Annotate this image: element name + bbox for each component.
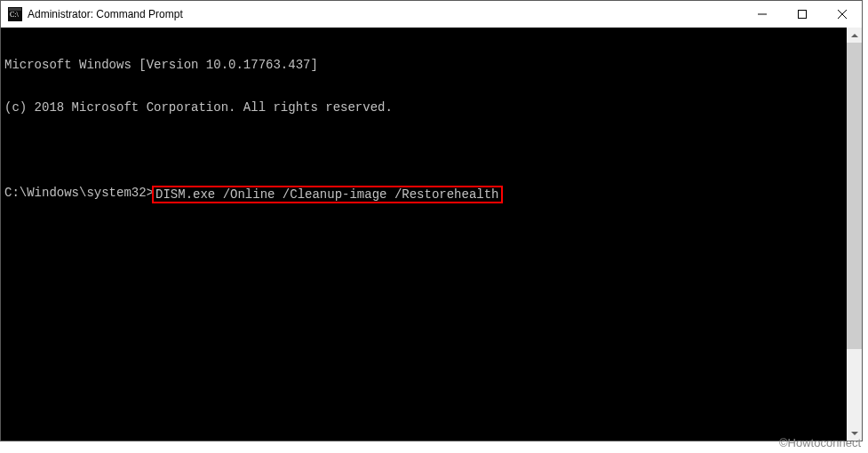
blank-line [4, 143, 843, 157]
svg-marker-8 [851, 432, 858, 435]
maximize-button[interactable] [782, 1, 822, 28]
window-title: Administrator: Command Prompt [28, 8, 742, 20]
svg-text:C:\: C:\ [10, 11, 20, 19]
copyright-line: (c) 2018 Microsoft Corporation. All righ… [4, 100, 843, 115]
command-prompt-window: C:\ Administrator: Command Prompt Micros… [0, 0, 863, 441]
close-button[interactable] [822, 1, 862, 28]
prompt-line: C:\Windows\system32>DISM.exe /Online /Cl… [4, 186, 843, 203]
prompt-path: C:\Windows\system32> [4, 186, 154, 200]
scroll-track[interactable] [847, 43, 862, 425]
command-text: DISM.exe /Online /Cleanup-image /Restore… [155, 187, 498, 202]
command-highlight: DISM.exe /Online /Cleanup-image /Restore… [152, 186, 502, 203]
window-controls [742, 1, 862, 28]
scroll-up-button[interactable] [847, 28, 862, 43]
minimize-button[interactable] [742, 1, 782, 28]
svg-marker-7 [851, 34, 858, 37]
version-line: Microsoft Windows [Version 10.0.17763.43… [4, 58, 843, 72]
scroll-thumb[interactable] [847, 43, 862, 349]
vertical-scrollbar[interactable] [847, 28, 862, 441]
svg-rect-4 [798, 11, 806, 19]
titlebar[interactable]: C:\ Administrator: Command Prompt [1, 1, 862, 28]
console-output[interactable]: Microsoft Windows [Version 10.0.17763.43… [1, 28, 847, 441]
watermark: ©Howtoconnect [779, 436, 861, 449]
cmd-icon: C:\ [8, 7, 22, 21]
